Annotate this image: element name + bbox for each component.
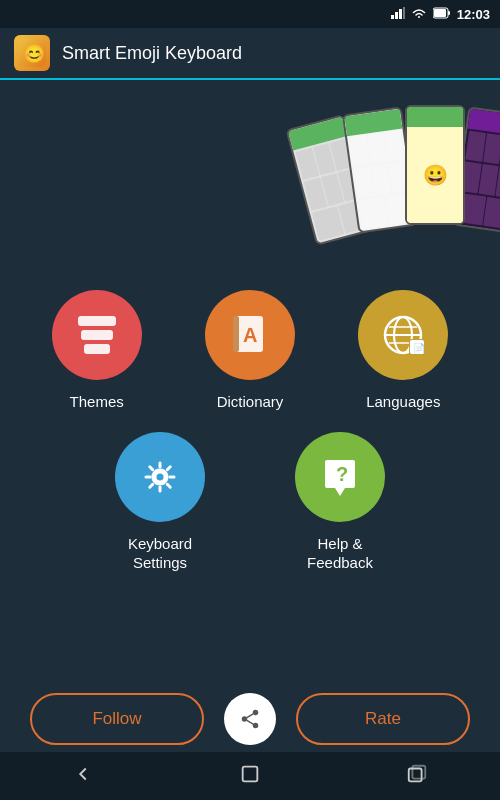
svg-rect-0 <box>391 15 394 19</box>
dictionary-icon-circle: A <box>205 290 295 380</box>
svg-rect-3 <box>403 7 405 19</box>
svg-rect-2 <box>399 9 402 19</box>
status-time: 12:03 <box>457 7 490 22</box>
app-title: Smart Emoji Keyboard <box>62 43 242 64</box>
help-feedback-label: Help &Feedback <box>307 534 373 573</box>
svg-rect-1 <box>395 12 398 19</box>
languages-label: Languages <box>366 392 440 412</box>
signal-icon <box>391 7 405 22</box>
follow-button[interactable]: Follow <box>30 693 204 745</box>
svg-point-21 <box>157 473 164 480</box>
svg-line-27 <box>167 484 170 487</box>
feature-keyboard-settings[interactable]: KeyboardSettings <box>80 432 240 573</box>
svg-line-29 <box>150 484 153 487</box>
dictionary-label: Dictionary <box>217 392 284 412</box>
help-feedback-icon-circle: ? <box>295 432 385 522</box>
main-content: Themes A Dictionary <box>0 280 500 603</box>
keyboard-settings-label: KeyboardSettings <box>128 534 192 573</box>
dictionary-icon: A <box>225 310 275 360</box>
wifi-icon <box>411 7 427 22</box>
home-button[interactable] <box>219 755 281 798</box>
recents-button[interactable] <box>386 755 448 798</box>
hero-area: 😀 <box>0 80 500 280</box>
svg-point-31 <box>253 710 259 716</box>
svg-point-33 <box>253 723 259 729</box>
nav-bar <box>0 752 500 800</box>
features-grid-row1: Themes A Dictionary <box>20 290 480 412</box>
svg-rect-6 <box>434 9 446 17</box>
svg-line-26 <box>150 466 153 469</box>
share-button[interactable] <box>224 693 276 745</box>
themes-label: Themes <box>70 392 124 412</box>
languages-icon: 📄 <box>377 309 429 361</box>
status-bar: 12:03 <box>0 0 500 28</box>
features-grid-row2: KeyboardSettings ? Help &Feedback <box>20 432 480 573</box>
languages-icon-circle: 📄 <box>358 290 448 380</box>
settings-gear-icon <box>135 452 185 502</box>
layers-icon <box>78 316 116 354</box>
feature-themes[interactable]: Themes <box>30 290 163 412</box>
svg-point-32 <box>242 716 248 722</box>
svg-rect-5 <box>448 11 450 15</box>
rate-button[interactable]: Rate <box>296 693 470 745</box>
battery-icon <box>433 7 451 22</box>
svg-line-28 <box>167 466 170 469</box>
feature-help-feedback[interactable]: ? Help &Feedback <box>260 432 420 573</box>
themes-icon-circle <box>52 290 142 380</box>
svg-text:📄: 📄 <box>413 342 426 355</box>
svg-text:😊: 😊 <box>23 43 46 65</box>
help-bubble-icon: ? <box>315 452 365 502</box>
feature-languages[interactable]: 📄 Languages <box>337 290 470 412</box>
bottom-actions: Follow Rate <box>0 693 500 745</box>
svg-line-35 <box>247 714 253 718</box>
status-icons: 12:03 <box>391 7 490 22</box>
svg-text:A: A <box>243 324 257 346</box>
keyboard-settings-icon-circle <box>115 432 205 522</box>
app-bar: 😊 Smart Emoji Keyboard <box>0 28 500 80</box>
svg-text:?: ? <box>336 463 348 485</box>
feature-dictionary[interactable]: A Dictionary <box>183 290 316 412</box>
back-button[interactable] <box>52 755 114 798</box>
app-icon: 😊 <box>14 35 50 71</box>
svg-line-34 <box>247 720 253 724</box>
phone-mockup-3: 😀 <box>405 105 465 225</box>
svg-rect-10 <box>233 316 239 352</box>
share-icon <box>239 708 261 730</box>
svg-rect-36 <box>243 766 258 781</box>
